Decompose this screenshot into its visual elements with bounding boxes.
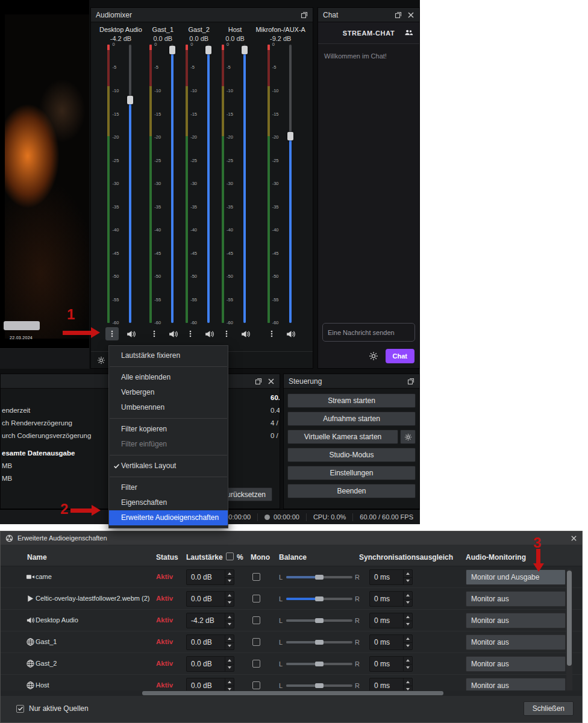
balance-handle[interactable] [315,683,324,688]
control-button[interactable]: Stream starten [287,393,416,408]
monitoring-select[interactable]: Monitor aus [466,656,566,672]
sync-offset-spinbox[interactable]: 0 ms [369,678,413,690]
volume-slider[interactable] [127,45,134,323]
sync-offset-spinbox[interactable]: 0 ms [369,591,413,607]
vertical-scrollbar[interactable] [566,569,572,690]
spin-up-icon[interactable] [404,592,412,599]
balance-slider[interactable] [286,641,352,643]
volume-percent-checkbox[interactable] [226,552,234,560]
menu-item[interactable]: Lautstärke fixieren [109,348,228,363]
spin-up-icon[interactable] [225,570,234,578]
scrollbar-thumb[interactable] [567,571,572,666]
spin-up-icon[interactable] [404,678,412,686]
volume-spinbox[interactable]: -4.2 dB [186,613,234,628]
mono-checkbox[interactable] [252,616,260,624]
mono-checkbox[interactable] [252,573,260,581]
spin-up-icon[interactable] [225,613,234,621]
monitoring-select[interactable]: Monitor und Ausgabe [466,569,566,585]
slider-handle[interactable] [205,46,211,54]
balance-slider[interactable] [286,663,352,665]
sync-offset-spinbox[interactable]: 0 ms [369,634,413,650]
volume-spinbox[interactable]: 0.0 dB [186,656,234,672]
balance-handle[interactable] [315,640,324,645]
spin-down-icon[interactable] [404,578,412,585]
spin-up-icon[interactable] [225,657,234,665]
volume-spinbox[interactable]: 0.0 dB [186,678,234,690]
menu-item[interactable]: Alle einblenden [109,370,228,385]
close-icon[interactable] [571,535,577,542]
spin-down-icon[interactable] [404,599,412,607]
menu-item[interactable]: Filter kopieren [109,422,228,437]
mute-toggle-icon[interactable] [286,329,296,339]
spin-up-icon[interactable] [225,678,234,686]
chat-message-input[interactable] [322,323,415,342]
channel-menu-button[interactable] [184,327,197,340]
mute-toggle-icon[interactable] [240,329,251,339]
spin-down-icon[interactable] [225,599,234,607]
monitoring-select[interactable]: Monitor aus [466,678,566,690]
menu-item[interactable]: Erweiterte Audioeigenschaften [109,510,228,525]
menu-item[interactable]: Verbergen [109,385,228,400]
spin-down-icon[interactable] [225,578,234,585]
sync-offset-spinbox[interactable]: 0 ms [369,656,413,672]
mono-checkbox[interactable] [252,638,260,646]
spin-down-icon[interactable] [404,621,412,628]
control-button[interactable]: Studio-Modus [287,448,416,462]
close-button[interactable]: Schließen [524,701,574,716]
popout-icon[interactable] [301,11,308,19]
spin-down-icon[interactable] [404,665,412,672]
spin-down-icon[interactable] [225,665,234,672]
balance-slider[interactable] [286,598,352,600]
channel-menu-button[interactable] [105,327,119,340]
channel-menu-button[interactable] [265,327,278,340]
control-button[interactable]: Virtuelle Kamera starten [287,430,398,444]
balance-handle[interactable] [315,596,324,601]
menu-item[interactable]: Eigenschaften [109,495,228,510]
spin-up-icon[interactable] [404,570,412,578]
spin-down-icon[interactable] [404,686,412,691]
menu-item[interactable]: Umbenennen [109,400,228,415]
control-button[interactable]: Einstellungen [287,466,416,480]
slider-handle[interactable] [169,46,175,54]
spin-up-icon[interactable] [225,592,234,599]
spin-down-icon[interactable] [225,621,234,628]
balance-handle[interactable] [315,575,324,580]
viewer-list-icon[interactable] [404,28,413,37]
monitoring-select[interactable]: Monitor aus [466,591,566,607]
channel-menu-button[interactable] [148,327,161,340]
volume-spinbox[interactable]: 0.0 dB [186,591,234,607]
mute-toggle-icon[interactable] [204,329,214,339]
slider-handle[interactable] [242,46,248,54]
spin-down-icon[interactable] [404,643,412,650]
spin-up-icon[interactable] [404,613,412,621]
mute-toggle-icon[interactable] [168,329,178,339]
chat-settings-icon[interactable] [369,351,378,361]
control-button[interactable]: Beenden [287,484,416,498]
volume-slider[interactable] [205,45,212,323]
slider-handle[interactable] [287,132,293,140]
slider-handle[interactable] [127,96,133,104]
volume-spinbox[interactable]: 0.0 dB [186,634,234,650]
spin-up-icon[interactable] [404,657,412,665]
popout-icon[interactable] [395,11,402,19]
channel-menu-button[interactable] [220,327,233,340]
menu-item[interactable]: Filter [109,480,228,495]
balance-handle[interactable] [315,618,324,623]
mono-checkbox[interactable] [252,660,260,668]
virtual-camera-settings-button[interactable] [400,430,416,444]
spin-up-icon[interactable] [404,635,412,643]
mono-checkbox[interactable] [252,681,260,689]
balance-slider[interactable] [286,619,352,622]
menu-item[interactable]: Vertikales Layout [109,459,228,474]
mute-toggle-icon[interactable] [126,329,136,339]
active-sources-filter[interactable]: Nur aktive Quellen [16,704,89,713]
sync-offset-spinbox[interactable]: 0 ms [369,613,413,628]
mono-checkbox[interactable] [252,595,260,602]
chat-send-button[interactable]: Chat [386,349,414,363]
spin-down-icon[interactable] [225,686,234,691]
volume-slider[interactable] [241,45,248,323]
volume-spinbox[interactable]: 0.0 dB [186,569,234,585]
mixer-settings-icon[interactable] [97,356,105,365]
monitoring-select[interactable]: Monitor aus [466,613,566,628]
active-sources-checkbox[interactable] [16,705,24,713]
